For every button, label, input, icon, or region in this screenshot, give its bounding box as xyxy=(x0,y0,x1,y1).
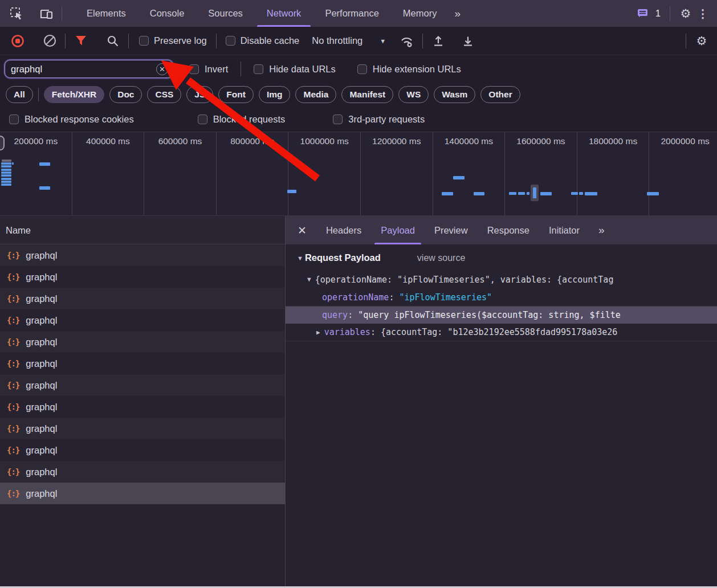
3rd-party-requests-checkbox[interactable]: 3rd-party requests xyxy=(333,114,425,125)
chip-other[interactable]: Other xyxy=(480,86,520,103)
name-column-header[interactable]: Name xyxy=(0,216,285,244)
search-icon[interactable] xyxy=(104,32,121,50)
fetch-xhr-icon: {:} xyxy=(7,402,19,411)
invert-checkbox[interactable]: Invert xyxy=(189,64,228,75)
chip-img[interactable]: Img xyxy=(259,86,291,103)
timeline-request-bar xyxy=(579,192,583,195)
tab-memory[interactable]: Memory xyxy=(391,0,449,27)
view-source-link[interactable]: view source xyxy=(417,253,465,263)
preserve-log-checkbox[interactable]: Preserve log xyxy=(139,35,207,46)
timeline-request-bar xyxy=(39,162,50,166)
payload-root-row[interactable]: ▼ {operationName: "ipFlowTimeseries", va… xyxy=(286,271,717,288)
tab-elements[interactable]: Elements xyxy=(75,0,138,27)
request-row-graphql[interactable]: {:}graphql xyxy=(0,266,285,288)
payload-operation-row[interactable]: operationName: "ipFlowTimeseries" xyxy=(286,288,717,306)
detail-tab-payload[interactable]: Payload xyxy=(371,216,425,244)
device-toolbar-icon[interactable] xyxy=(38,5,55,22)
more-tabs-button[interactable]: » xyxy=(449,0,466,27)
timeline-scroll-handle[interactable] xyxy=(0,136,5,150)
timeline-column: 1000000 ms xyxy=(288,132,361,215)
chip-fetch-xhr[interactable]: Fetch/XHR xyxy=(44,86,104,103)
blocked-response-cookies-checkbox[interactable]: Blocked response cookies xyxy=(9,114,134,125)
request-row-graphql[interactable]: {:}graphql xyxy=(0,353,285,374)
tab-console[interactable]: Console xyxy=(138,0,197,27)
tab-performance[interactable]: Performance xyxy=(313,0,390,27)
detail-tab-headers[interactable]: Headers xyxy=(316,216,371,244)
request-row-graphql[interactable]: {:}graphql xyxy=(0,396,285,418)
json-string-value: "ipFlowTimeseries" xyxy=(399,292,492,303)
network-overview-timeline[interactable]: 200000 ms400000 ms600000 ms800000 ms1000… xyxy=(0,132,717,216)
network-conditions-icon[interactable] xyxy=(398,32,415,50)
request-row-graphql[interactable]: {:}graphql xyxy=(0,483,285,504)
payload-preview-text: {operationName: "ipFlowTimeseries", vari… xyxy=(315,275,614,285)
request-row-graphql[interactable]: {:}graphql xyxy=(0,288,285,309)
json-object-preview: {accountTag: "b12e3b2192ee5588fdad995178… xyxy=(381,327,617,337)
hide-data-urls-label: Hide data URLs xyxy=(269,64,335,75)
hide-data-urls-checkbox[interactable]: Hide data URLs xyxy=(254,64,335,75)
inspect-element-icon[interactable] xyxy=(8,5,25,22)
tab-network[interactable]: Network xyxy=(255,0,313,27)
chip-js[interactable]: JS xyxy=(186,86,213,103)
chip-media[interactable]: Media xyxy=(295,86,336,103)
chip-manifest[interactable]: Manifest xyxy=(341,86,393,103)
kebab-menu-icon[interactable]: ⋮ xyxy=(694,5,711,22)
checkbox[interactable] xyxy=(9,115,19,124)
chip-ws[interactable]: WS xyxy=(398,86,429,103)
record-network-log-icon[interactable] xyxy=(9,32,26,50)
export-har-icon[interactable] xyxy=(459,32,476,50)
checkbox[interactable] xyxy=(198,115,207,124)
network-settings-gear-icon[interactable]: ⚙ xyxy=(693,32,710,50)
payload-query-row-selected[interactable]: query: "query ipFlowTimeseries($accountT… xyxy=(286,306,717,324)
detail-tab-preview[interactable]: Preview xyxy=(425,216,478,244)
throttling-select[interactable]: No throttling ▼ xyxy=(312,35,386,46)
import-har-icon[interactable] xyxy=(430,32,447,50)
chip-css[interactable]: CSS xyxy=(147,86,181,103)
chip-all[interactable]: All xyxy=(6,86,33,103)
request-row-graphql[interactable]: {:}graphql xyxy=(0,374,285,396)
request-row-graphql[interactable]: {:}graphql xyxy=(0,331,285,353)
fetch-xhr-icon: {:} xyxy=(7,251,19,260)
hide-extension-urls-checkbox[interactable]: Hide extension URLs xyxy=(357,64,461,75)
request-name: graphql xyxy=(26,293,57,304)
filter-icon[interactable] xyxy=(72,32,89,50)
timeline-column: 1400000 ms xyxy=(433,132,506,215)
more-detail-tabs-button[interactable]: » xyxy=(593,216,610,244)
clear-network-log-icon[interactable] xyxy=(41,32,58,50)
issues-icon[interactable] xyxy=(634,5,651,22)
filter-input-box[interactable]: ✕ xyxy=(5,60,173,78)
disable-cache-checkbox[interactable]: Disable cache xyxy=(226,35,300,46)
divider xyxy=(422,34,423,48)
fetch-xhr-icon: {:} xyxy=(7,467,19,476)
tab-sources[interactable]: Sources xyxy=(196,0,255,27)
expand-triangle-icon[interactable]: ▼ xyxy=(297,255,303,262)
issues-count: 1 xyxy=(655,9,661,19)
blocked-requests-checkbox[interactable]: Blocked requests xyxy=(198,114,286,125)
divider xyxy=(62,6,62,21)
checkbox[interactable] xyxy=(357,64,367,74)
checkbox[interactable] xyxy=(226,36,235,46)
close-icon[interactable]: ✕ xyxy=(286,216,316,244)
request-row-graphql[interactable]: {:}graphql xyxy=(0,244,285,266)
request-row-graphql[interactable]: {:}graphql xyxy=(0,418,285,439)
chip-doc[interactable]: Doc xyxy=(109,86,142,103)
detail-tab-initiator[interactable]: Initiator xyxy=(539,216,589,244)
expand-triangle-icon[interactable]: ▼ xyxy=(307,276,311,283)
timeline-request-bar xyxy=(540,192,552,195)
checkbox[interactable] xyxy=(254,64,263,74)
checkbox[interactable] xyxy=(139,36,149,46)
filter-input[interactable] xyxy=(11,64,156,75)
request-payload-section-header[interactable]: ▼ Request Payload view source xyxy=(286,252,717,263)
collapse-triangle-icon[interactable]: ▶ xyxy=(316,329,320,336)
clear-filter-icon[interactable]: ✕ xyxy=(156,63,168,75)
payload-tree: ▼ {operationName: "ipFlowTimeseries", va… xyxy=(286,271,717,341)
detail-tab-response[interactable]: Response xyxy=(478,216,539,244)
payload-variables-row[interactable]: ▶ variables: {accountTag: "b12e3b2192ee5… xyxy=(286,324,717,341)
request-row-graphql[interactable]: {:}graphql xyxy=(0,461,285,483)
checkbox[interactable] xyxy=(333,115,343,124)
request-row-graphql[interactable]: {:}graphql xyxy=(0,309,285,331)
request-row-graphql[interactable]: {:}graphql xyxy=(0,439,285,461)
chip-wasm[interactable]: Wasm xyxy=(434,86,475,103)
checkbox[interactable] xyxy=(189,64,199,74)
settings-gear-icon[interactable]: ⚙ xyxy=(677,5,694,22)
chip-font[interactable]: Font xyxy=(218,86,254,103)
